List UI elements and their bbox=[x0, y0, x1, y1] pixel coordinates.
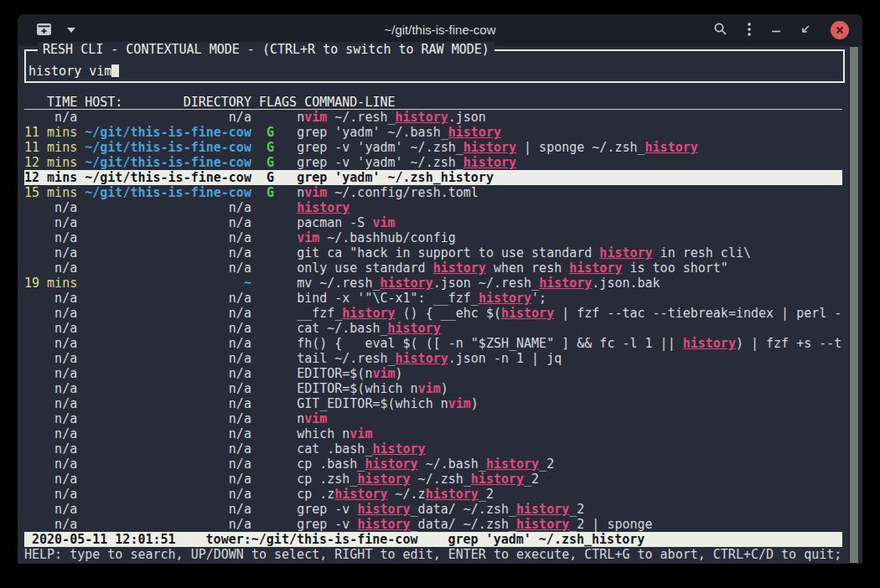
table-row[interactable]: 12 mins ~/git/this-is-fine-cow G grep 'y… bbox=[24, 170, 842, 185]
cell-time: n/a bbox=[24, 411, 77, 426]
scrollbar-thumb[interactable] bbox=[850, 47, 858, 563]
cell-command: EDITOR=$(nvim) bbox=[297, 366, 402, 381]
cell-command: fh() { eval $( ([ -n "$ZSH_NAME" ] && fc… bbox=[297, 336, 842, 351]
search-query-text: history vim bbox=[28, 64, 111, 79]
table-row[interactable]: n/a n/a vim ~/.bashhub/config bbox=[24, 230, 842, 245]
match-highlight: history bbox=[516, 502, 569, 517]
match-highlight: history bbox=[297, 200, 349, 215]
cell-command: nvim ~/.resh_history.json bbox=[297, 110, 486, 125]
cell-directory: ~/git/this-is-fine-cow bbox=[85, 155, 251, 170]
cell-directory: ~/git/this-is-fine-cow bbox=[85, 170, 251, 185]
scrollbar[interactable] bbox=[849, 46, 859, 564]
match-highlight: history bbox=[357, 502, 410, 517]
cell-flags: G bbox=[251, 170, 297, 185]
cell-flags bbox=[251, 200, 297, 215]
status-time: 2020-05-11 12:01:51 bbox=[32, 532, 176, 547]
search-input[interactable]: history vim bbox=[28, 64, 841, 79]
table-row[interactable]: n/a n/a cp .zsh_history ~/.zsh_history_2 bbox=[24, 472, 842, 487]
table-row[interactable]: 11 mins ~/git/this-is-fine-cow G grep -v… bbox=[24, 140, 842, 155]
tab-dropdown-button[interactable] bbox=[65, 26, 77, 34]
cell-command: git ca "hack in support to use standard … bbox=[297, 245, 751, 260]
cell-directory: n/a bbox=[85, 456, 251, 472]
cell-flags bbox=[251, 215, 297, 230]
match-highlight: vim bbox=[349, 426, 372, 441]
match-highlight: vim bbox=[372, 215, 395, 230]
match-highlight: history bbox=[357, 472, 410, 487]
match-highlight: vim bbox=[448, 396, 471, 411]
cell-time: 15 mins bbox=[24, 185, 77, 200]
match-highlight: history bbox=[380, 276, 432, 291]
table-row[interactable]: 15 mins ~/git/this-is-fine-cow G nvim ~/… bbox=[24, 185, 842, 200]
table-row[interactable]: 11 mins ~/git/this-is-fine-cow G grep 'y… bbox=[24, 125, 842, 140]
cell-time: n/a bbox=[24, 260, 77, 276]
cell-directory: n/a bbox=[85, 336, 251, 351]
table-row[interactable]: n/a n/a history bbox=[24, 200, 842, 215]
cell-command: nvim bbox=[297, 411, 327, 426]
table-row[interactable]: n/a n/a cat ~/.bash_history bbox=[24, 321, 842, 336]
cell-command: tail ~/.resh_history.json -n 1 | jq bbox=[297, 351, 562, 366]
match-highlight: vim bbox=[297, 230, 319, 245]
table-row[interactable]: n/a n/a git ca "hack in support to use s… bbox=[24, 245, 842, 260]
cell-directory: n/a bbox=[85, 351, 251, 366]
resh-search-panel: RESH CLI - CONTEXTUAL MODE - (CTRL+R to … bbox=[24, 49, 845, 83]
table-row[interactable]: 12 mins ~/git/this-is-fine-cow G grep -v… bbox=[24, 155, 842, 170]
table-row[interactable]: 19 mins ~ mv ~/.resh_history.json ~/.res… bbox=[24, 276, 842, 291]
table-row[interactable]: n/a n/a only use standard history when r… bbox=[24, 260, 842, 276]
cell-command: mv ~/.resh_history.json ~/.resh_history.… bbox=[297, 276, 660, 291]
table-row[interactable]: n/a n/a EDITOR=$(nvim) bbox=[24, 366, 842, 381]
cell-time: n/a bbox=[24, 306, 77, 321]
table-row[interactable]: n/a n/a cp .zhistory ~/.zhistory_2 bbox=[24, 487, 842, 502]
match-highlight: history bbox=[539, 276, 592, 291]
cell-directory: n/a bbox=[85, 291, 251, 306]
menu-button[interactable] bbox=[745, 20, 753, 41]
match-highlight: history bbox=[683, 336, 736, 351]
match-highlight: vim bbox=[304, 411, 327, 426]
match-highlight: vim bbox=[304, 185, 327, 200]
cell-directory: ~ bbox=[85, 276, 251, 291]
cell-command: grep -v history_data/ ~/.zsh_history_2 |… bbox=[297, 517, 652, 532]
table-row[interactable]: n/a n/a GIT_EDITOR=$(which nvim) bbox=[24, 396, 842, 411]
table-row[interactable]: n/a n/a pacman -S vim bbox=[24, 215, 842, 230]
search-button[interactable] bbox=[712, 20, 729, 40]
cell-flags bbox=[251, 472, 297, 487]
terminal-content: RESH CLI - CONTEXTUAL MODE - (CTRL+R to … bbox=[18, 46, 862, 564]
match-highlight: history bbox=[479, 291, 531, 306]
match-highlight: vim bbox=[304, 110, 327, 125]
table-row[interactable]: n/a n/a which nvim bbox=[24, 426, 842, 441]
match-highlight: history bbox=[645, 140, 698, 155]
match-highlight: vim bbox=[418, 381, 441, 396]
table-row[interactable]: n/a n/a cp .bash_history ~/.bash_history… bbox=[24, 456, 842, 472]
minimize-button[interactable] bbox=[769, 23, 783, 39]
cell-flags bbox=[251, 411, 297, 426]
cell-flags bbox=[251, 502, 297, 517]
table-row[interactable]: n/a n/a grep -v history_data/ ~/.zsh_his… bbox=[24, 502, 842, 517]
cell-time: n/a bbox=[24, 200, 77, 215]
table-row[interactable]: n/a n/a cat .bash_history bbox=[24, 441, 842, 456]
minimize-icon bbox=[771, 24, 781, 37]
cell-flags bbox=[251, 381, 297, 396]
table-row[interactable]: n/a n/a grep -v history_data/ ~/.zsh_his… bbox=[24, 517, 842, 532]
new-tab-button[interactable] bbox=[34, 21, 54, 40]
match-highlight: history bbox=[357, 517, 410, 532]
table-row[interactable]: n/a n/a __fzf_history () { __ehc $(histo… bbox=[24, 306, 842, 321]
cell-flags: G bbox=[251, 125, 297, 140]
restore-button[interactable] bbox=[799, 22, 813, 39]
table-row[interactable]: n/a n/a nvim bbox=[24, 411, 842, 426]
cell-flags bbox=[251, 110, 297, 125]
cell-flags: G bbox=[251, 155, 297, 170]
table-row[interactable]: n/a n/a fh() { eval $( ([ -n "$ZSH_NAME"… bbox=[24, 336, 842, 351]
match-highlight: history bbox=[388, 321, 441, 336]
table-row[interactable]: n/a n/a tail ~/.resh_history.json -n 1 |… bbox=[24, 351, 842, 366]
cell-directory: n/a bbox=[85, 487, 251, 502]
close-button[interactable] bbox=[829, 19, 851, 41]
cell-time: n/a bbox=[24, 502, 77, 517]
table-row[interactable]: n/a n/a EDITOR=$(which nvim) bbox=[24, 381, 842, 396]
cell-command: history bbox=[297, 200, 349, 215]
cell-directory: n/a bbox=[85, 245, 251, 260]
table-row[interactable]: n/a n/a bind -x '"\C-x1": __fzf_history'… bbox=[24, 291, 842, 306]
cell-time: n/a bbox=[24, 396, 77, 411]
cell-flags bbox=[251, 396, 297, 411]
table-row[interactable]: n/a n/a nvim ~/.resh_history.json bbox=[24, 110, 842, 125]
cell-command: cp .zhistory ~/.zhistory_2 bbox=[297, 487, 494, 502]
cell-time: n/a bbox=[24, 291, 77, 306]
